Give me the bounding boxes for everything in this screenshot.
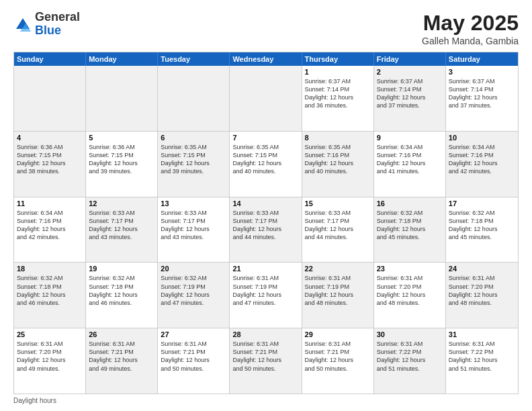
day-cell-14: 14Sunrise: 6:33 AM Sunset: 7:17 PM Dayli… [230,197,302,263]
day-number: 2 [377,68,443,76]
day-number: 29 [305,330,371,338]
day-cell-24: 24Sunrise: 6:31 AM Sunset: 7:20 PM Dayli… [446,263,518,328]
day-cell-9: 9Sunrise: 6:34 AM Sunset: 7:16 PM Daylig… [374,132,446,197]
cell-info: Sunrise: 6:31 AM Sunset: 7:21 PM Dayligh… [161,340,226,373]
day-cell-18: 18Sunrise: 6:32 AM Sunset: 7:18 PM Dayli… [14,263,86,328]
day-cell-13: 13Sunrise: 6:33 AM Sunset: 7:17 PM Dayli… [158,197,230,263]
day-cell-22: 22Sunrise: 6:31 AM Sunset: 7:19 PM Dayli… [302,263,374,328]
day-cell-17: 17Sunrise: 6:32 AM Sunset: 7:18 PM Dayli… [446,197,518,263]
day-number: 26 [89,330,154,338]
logo-icon [13,15,32,34]
cell-info: Sunrise: 6:31 AM Sunset: 7:19 PM Dayligh… [232,274,298,307]
cell-info: Sunrise: 6:31 AM Sunset: 7:20 PM Dayligh… [449,274,515,307]
day-number: 18 [17,265,83,273]
day-number: 20 [161,265,226,273]
cell-info: Sunrise: 6:33 AM Sunset: 7:17 PM Dayligh… [161,209,226,242]
cell-info: Sunrise: 6:33 AM Sunset: 7:17 PM Dayligh… [232,209,298,242]
header-day-sunday: Sunday [14,52,86,66]
day-cell-16: 16Sunrise: 6:32 AM Sunset: 7:18 PM Dayli… [374,197,446,263]
week-row-2: 4Sunrise: 6:36 AM Sunset: 7:15 PM Daylig… [14,131,518,197]
day-cell-12: 12Sunrise: 6:33 AM Sunset: 7:17 PM Dayli… [86,197,158,263]
day-cell-25: 25Sunrise: 6:31 AM Sunset: 7:20 PM Dayli… [14,328,86,394]
day-number: 23 [377,265,443,273]
day-number: 21 [232,265,298,273]
cell-info: Sunrise: 6:32 AM Sunset: 7:18 PM Dayligh… [17,274,83,307]
day-cell-28: 28Sunrise: 6:31 AM Sunset: 7:21 PM Dayli… [230,328,302,394]
day-cell-31: 31Sunrise: 6:31 AM Sunset: 7:22 PM Dayli… [446,328,518,394]
cell-info: Sunrise: 6:31 AM Sunset: 7:21 PM Dayligh… [305,340,371,373]
logo-text: General Blue [35,11,80,38]
cell-info: Sunrise: 6:32 AM Sunset: 7:19 PM Dayligh… [161,274,226,307]
cell-info: Sunrise: 6:31 AM Sunset: 7:21 PM Dayligh… [89,340,154,373]
header-day-tuesday: Tuesday [158,52,230,66]
cell-info: Sunrise: 6:31 AM Sunset: 7:22 PM Dayligh… [449,340,515,373]
day-number: 30 [377,330,443,338]
day-cell-21: 21Sunrise: 6:31 AM Sunset: 7:19 PM Dayli… [230,263,302,328]
header-day-monday: Monday [86,52,158,66]
cell-info: Sunrise: 6:34 AM Sunset: 7:16 PM Dayligh… [377,143,443,176]
cell-info: Sunrise: 6:37 AM Sunset: 7:14 PM Dayligh… [377,77,443,110]
cell-info: Sunrise: 6:37 AM Sunset: 7:14 PM Dayligh… [305,77,371,110]
day-number: 13 [161,199,226,208]
empty-cell [230,66,302,131]
title-block: May 2025 Galleh Manda, Gambia [422,11,519,46]
calendar-header: SundayMondayTuesdayWednesdayThursdayFrid… [14,52,518,66]
cell-info: Sunrise: 6:34 AM Sunset: 7:16 PM Dayligh… [17,209,83,242]
logo-general: General [35,11,80,24]
title-location: Galleh Manda, Gambia [422,36,519,46]
day-cell-6: 6Sunrise: 6:35 AM Sunset: 7:15 PM Daylig… [158,132,230,197]
header-day-saturday: Saturday [446,52,518,66]
day-number: 27 [161,330,226,338]
day-number: 22 [305,265,371,273]
logo: General Blue [13,11,80,38]
day-cell-7: 7Sunrise: 6:35 AM Sunset: 7:15 PM Daylig… [230,132,302,197]
day-number: 6 [161,134,226,142]
week-row-5: 25Sunrise: 6:31 AM Sunset: 7:20 PM Dayli… [14,328,518,394]
day-cell-29: 29Sunrise: 6:31 AM Sunset: 7:21 PM Dayli… [302,328,374,394]
day-number: 7 [232,134,298,142]
day-number: 15 [305,199,371,208]
cell-info: Sunrise: 6:32 AM Sunset: 7:18 PM Dayligh… [89,274,154,307]
day-cell-23: 23Sunrise: 6:31 AM Sunset: 7:20 PM Dayli… [374,263,446,328]
day-number: 9 [377,134,443,142]
cell-info: Sunrise: 6:31 AM Sunset: 7:20 PM Dayligh… [377,274,443,307]
cell-info: Sunrise: 6:35 AM Sunset: 7:16 PM Dayligh… [305,143,371,176]
day-cell-26: 26Sunrise: 6:31 AM Sunset: 7:21 PM Dayli… [86,328,158,394]
header-day-wednesday: Wednesday [230,52,302,66]
day-number: 14 [232,199,298,208]
cell-info: Sunrise: 6:34 AM Sunset: 7:16 PM Dayligh… [449,143,515,176]
day-number: 19 [89,265,154,273]
empty-cell [86,66,158,131]
week-row-3: 11Sunrise: 6:34 AM Sunset: 7:16 PM Dayli… [14,197,518,263]
cell-info: Sunrise: 6:31 AM Sunset: 7:22 PM Dayligh… [377,340,443,373]
day-cell-10: 10Sunrise: 6:34 AM Sunset: 7:16 PM Dayli… [446,132,518,197]
day-cell-3: 3Sunrise: 6:37 AM Sunset: 7:14 PM Daylig… [446,66,518,131]
day-number: 8 [305,134,371,142]
cell-info: Sunrise: 6:35 AM Sunset: 7:15 PM Dayligh… [161,143,226,176]
cell-info: Sunrise: 6:31 AM Sunset: 7:21 PM Dayligh… [232,340,298,373]
cell-info: Sunrise: 6:36 AM Sunset: 7:15 PM Dayligh… [17,143,83,176]
day-cell-5: 5Sunrise: 6:36 AM Sunset: 7:15 PM Daylig… [86,132,158,197]
cell-info: Sunrise: 6:35 AM Sunset: 7:15 PM Dayligh… [232,143,298,176]
week-row-4: 18Sunrise: 6:32 AM Sunset: 7:18 PM Dayli… [14,262,518,328]
day-cell-19: 19Sunrise: 6:32 AM Sunset: 7:18 PM Dayli… [86,263,158,328]
day-number: 4 [17,134,83,142]
title-month: May 2025 [422,11,519,36]
empty-cell [14,66,86,131]
day-number: 1 [305,68,371,76]
day-number: 31 [449,330,515,338]
day-number: 12 [89,199,154,208]
cell-info: Sunrise: 6:37 AM Sunset: 7:14 PM Dayligh… [449,77,515,110]
day-cell-15: 15Sunrise: 6:33 AM Sunset: 7:17 PM Dayli… [302,197,374,263]
day-number: 11 [17,199,83,208]
week-row-1: 1Sunrise: 6:37 AM Sunset: 7:14 PM Daylig… [14,66,518,131]
calendar-body: 1Sunrise: 6:37 AM Sunset: 7:14 PM Daylig… [14,66,518,394]
cell-info: Sunrise: 6:32 AM Sunset: 7:18 PM Dayligh… [449,209,515,242]
day-cell-1: 1Sunrise: 6:37 AM Sunset: 7:14 PM Daylig… [302,66,374,131]
cell-info: Sunrise: 6:31 AM Sunset: 7:20 PM Dayligh… [17,340,83,373]
page: General Blue May 2025 Galleh Manda, Gamb… [0,0,532,411]
cell-info: Sunrise: 6:36 AM Sunset: 7:15 PM Dayligh… [89,143,154,176]
day-number: 17 [449,199,515,208]
day-number: 16 [377,199,443,208]
day-cell-2: 2Sunrise: 6:37 AM Sunset: 7:14 PM Daylig… [374,66,446,131]
